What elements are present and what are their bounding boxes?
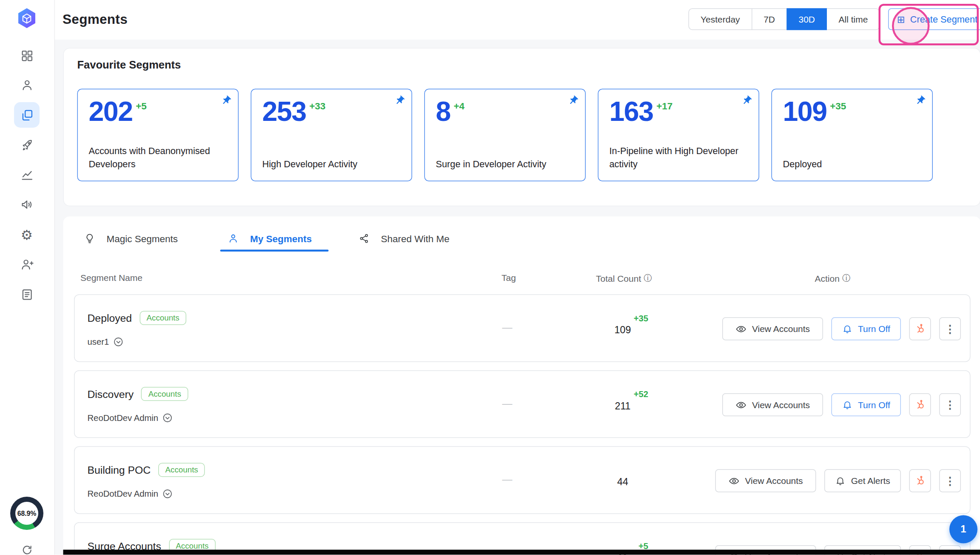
fav-delta: +5 (136, 100, 147, 112)
refresh-icon[interactable] (21, 544, 34, 555)
turn-off-button[interactable]: Turn Off (832, 393, 901, 416)
fav-value: 8 (436, 96, 450, 126)
favourite-card[interactable]: 109+35 Deployed (772, 89, 933, 182)
tab-my-segments[interactable]: My Segments (220, 225, 320, 252)
sidebar-item-settings[interactable]: ⚙ (14, 222, 40, 247)
segment-name[interactable]: Discovery (88, 388, 134, 400)
fav-value: 253 (262, 96, 306, 126)
time-filter-yesterday[interactable]: Yesterday (689, 9, 752, 30)
bell-icon (842, 324, 852, 334)
hubspot-icon (914, 475, 926, 486)
tab-shared-with-me[interactable]: Shared With Me (351, 225, 457, 252)
view-accounts-button[interactable]: View Accounts (715, 469, 816, 492)
pin-icon[interactable] (913, 93, 928, 108)
info-icon[interactable]: ⓘ (842, 273, 851, 284)
hubspot-icon (914, 399, 926, 410)
tab-label: My Segments (250, 233, 312, 244)
gear-icon: ⚙ (21, 228, 33, 241)
fav-label: In-Pipeline with High Developer activity (610, 144, 749, 171)
time-filter-7d[interactable]: 7D (752, 9, 787, 30)
sidebar-item-users[interactable] (14, 72, 40, 98)
tag-empty-dash: — (502, 398, 513, 409)
app-root: ⚙ 68.9% Segments Yesterday 7D 30D All ti… (0, 0, 980, 555)
eye-icon (735, 323, 746, 335)
app-logo-icon[interactable] (15, 7, 39, 31)
create-segment-button[interactable]: ⊞ Create Segment (888, 9, 980, 30)
fav-delta: +35 (830, 100, 846, 112)
tag-empty-dash: — (502, 322, 513, 333)
segments-panel: Magic Segments My Segments Shared With M… (63, 217, 980, 555)
tab-label: Shared With Me (381, 233, 450, 244)
pin-icon[interactable] (219, 93, 234, 108)
pin-icon[interactable] (739, 93, 755, 108)
get-alerts-button[interactable]: Get Alerts (824, 469, 901, 492)
segment-name[interactable]: Building POC (88, 464, 151, 476)
analytics-icon (20, 168, 34, 181)
sidebar-item-forms[interactable] (14, 282, 40, 307)
favourite-card[interactable]: 8+4 Surge in Developer Activity (424, 89, 586, 182)
owner-dropdown-icon[interactable] (114, 337, 123, 347)
time-filter-group: Yesterday 7D 30D All time (689, 9, 880, 30)
hubspot-sync-button[interactable] (909, 318, 931, 340)
tab-label: Magic Segments (107, 233, 178, 244)
total-count: 44 (602, 476, 643, 488)
column-header-count: Total Countⓘ (596, 273, 652, 284)
time-filter-alltime[interactable]: All time (826, 9, 880, 30)
fav-value: 109 (783, 96, 827, 126)
notification-fab[interactable]: 1 (949, 515, 977, 544)
favourite-card[interactable]: 163+17 In-Pipeline with High Developer a… (598, 89, 760, 182)
tab-magic-segments[interactable]: Magic Segments (77, 225, 185, 252)
more-options-button[interactable]: ⋮ (939, 318, 961, 340)
bell-icon (842, 400, 852, 410)
sidebar-item-analytics[interactable] (14, 162, 40, 187)
more-options-button[interactable]: ⋮ (939, 469, 961, 492)
fab-count: 1 (960, 524, 966, 535)
hubspot-sync-button[interactable] (909, 393, 931, 416)
time-filter-30d[interactable]: 30D (786, 9, 827, 30)
segment-type-badge: Accounts (140, 311, 186, 325)
total-count: +52 211 (602, 401, 643, 412)
view-accounts-button[interactable]: View Accounts (722, 393, 823, 416)
usage-gauge[interactable]: 68.9% (10, 497, 43, 530)
pin-icon[interactable] (566, 93, 581, 108)
user-plus-icon (20, 257, 34, 271)
segment-row: Deployed Accounts user1 — +35 109 View A… (74, 295, 971, 362)
favourite-segments-panel: Favourite Segments 202+5 Accounts with D… (63, 48, 980, 206)
fav-value: 202 (89, 96, 133, 126)
owner-dropdown-icon[interactable] (163, 413, 173, 423)
owner-dropdown-icon[interactable] (163, 489, 173, 499)
hubspot-sync-button[interactable] (909, 469, 931, 492)
column-header-name: Segment Name (80, 273, 142, 283)
more-options-button[interactable]: ⋮ (939, 393, 961, 416)
segment-owner: ReoDotDev Admin (88, 413, 159, 423)
user-icon (20, 78, 34, 92)
create-segment-label: Create Segment (910, 14, 977, 24)
count-delta: +52 (634, 389, 648, 399)
fav-delta: +33 (309, 100, 325, 112)
page-title: Segments (63, 11, 128, 27)
sidebar-item-segments[interactable] (14, 102, 40, 128)
sidebar-item-dashboard[interactable] (14, 43, 40, 69)
fav-value: 163 (610, 96, 653, 126)
sidebar-item-invite[interactable] (14, 252, 40, 277)
segment-type-badge: Accounts (158, 463, 205, 477)
favourite-card[interactable]: 202+5 Accounts with Deanonymised Develop… (77, 89, 239, 182)
favourite-card[interactable]: 253+33 High Developer Activity (251, 89, 413, 182)
fav-label: High Developer Activity (262, 157, 402, 171)
pin-icon[interactable] (392, 93, 407, 108)
bottom-black-bar (63, 550, 980, 555)
segment-owner: ReoDotDev Admin (88, 489, 159, 499)
share-icon (359, 233, 370, 244)
info-icon[interactable]: ⓘ (644, 273, 652, 284)
sidebar-item-playbooks[interactable] (14, 132, 40, 158)
total-count: +35 109 (602, 324, 643, 336)
count-delta: +35 (634, 314, 648, 323)
count-value: 211 (615, 401, 630, 412)
view-accounts-button[interactable]: View Accounts (722, 318, 823, 340)
sidebar-item-announcements[interactable] (14, 192, 40, 217)
segment-name[interactable]: Deployed (88, 312, 132, 324)
turn-off-button[interactable]: Turn Off (832, 318, 901, 340)
fav-delta: +4 (453, 100, 464, 112)
fav-label: Surge in Developer Activity (436, 157, 575, 171)
segment-owner: user1 (88, 337, 109, 347)
